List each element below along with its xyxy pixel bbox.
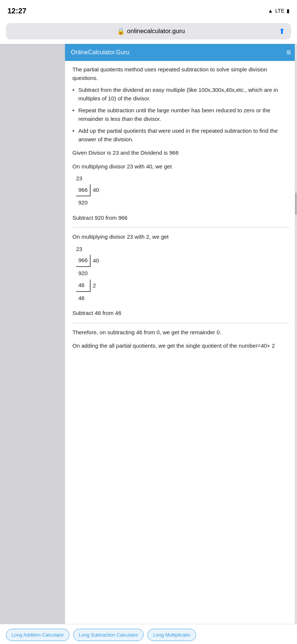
signal-icon: ▲ xyxy=(268,8,273,14)
scrollbar[interactable] xyxy=(295,44,297,624)
status-time: 12:27 xyxy=(7,7,26,15)
subtract2-text: Subtract 46 from 46 xyxy=(72,309,290,318)
step1-text: On multiplying divisor 23 with 40, we ge… xyxy=(72,162,290,171)
nav-logo[interactable]: OnlineCalculator.Guru xyxy=(71,49,129,56)
d2-dividend-2: 46 xyxy=(76,280,90,292)
bullet-item-2: Repeat the subtraction until the large n… xyxy=(72,106,290,123)
url-domain: onlinecalculator.guru xyxy=(127,28,185,35)
division-diagram-1: 23 966 40 920 xyxy=(76,174,290,209)
step2-text: On multiplying divisor 23 with 2, we get xyxy=(72,233,290,241)
subtract1-text: Subtract 920 from 966 xyxy=(72,214,290,222)
lte-label: LTE xyxy=(275,8,284,14)
quotient-cell-1: 40 xyxy=(90,184,101,196)
long-subtraction-link[interactable]: Long Subtraction Calculator xyxy=(73,629,144,641)
page-wrapper: OnlineCalculator.Guru ≡ The partial quot… xyxy=(0,44,297,624)
bullet-item-1: Subtract from the dividend an easy multi… xyxy=(72,86,290,103)
conclusion1-text: Therefore, on subtracting 46 from 0, we … xyxy=(72,328,290,337)
lock-icon: 🔒 xyxy=(117,28,125,35)
content-body: The partial quotients method uses repeat… xyxy=(65,61,297,361)
battery-icon: ▮ xyxy=(287,8,290,14)
status-bar: 12:27 ▲ LTE ▮ xyxy=(0,0,297,20)
dividend-cell-1: 966 xyxy=(76,184,90,196)
bottom-links-bar: Long Addition Calculator Long Subtractio… xyxy=(0,624,297,644)
divisor2-label: 23 xyxy=(76,245,290,254)
d2-dividend-1: 966 xyxy=(76,255,90,267)
content-area: OnlineCalculator.Guru ≡ The partial quot… xyxy=(65,44,297,624)
d2-result-2: 46 xyxy=(76,292,90,304)
divisor1-label: 23 xyxy=(76,174,290,183)
browser-bar: 🔒 onlinecalculator.guru ⬆ xyxy=(0,20,297,44)
scroll-thumb xyxy=(295,193,297,215)
divider-1 xyxy=(72,227,290,228)
division-diagram-2: 23 966 40 920 46 2 46 xyxy=(76,245,290,304)
url-text: 🔒 onlinecalculator.guru xyxy=(23,28,279,35)
share-icon[interactable]: ⬆ xyxy=(279,27,285,36)
division-table-2: 966 40 920 46 2 46 xyxy=(76,255,101,304)
given-text: Given Divisor is 23 and the Dividend is … xyxy=(72,149,290,157)
d2-quotient-1: 40 xyxy=(90,255,101,267)
division-table-1: 966 40 920 xyxy=(76,184,101,209)
status-icons: ▲ LTE ▮ xyxy=(268,8,290,14)
bullet-item-3: Add up the partial quotients that were u… xyxy=(72,127,290,144)
divider-2 xyxy=(72,323,290,323)
long-multiplication-link[interactable]: Long Multiplicatio xyxy=(147,629,196,641)
bullet-list: Subtract from the dividend an easy multi… xyxy=(72,86,290,144)
url-bar[interactable]: 🔒 onlinecalculator.guru ⬆ xyxy=(6,23,291,39)
intro-text: The partial quotients method uses repeat… xyxy=(72,65,290,82)
result-cell-1: 920 xyxy=(76,196,90,209)
d2-result-1: 920 xyxy=(76,267,90,280)
hamburger-menu-icon[interactable]: ≡ xyxy=(286,48,291,57)
nav-bar: OnlineCalculator.Guru ≡ xyxy=(65,44,297,61)
conclusion2-text: On adding the all partial quotients, we … xyxy=(72,342,290,350)
left-margin xyxy=(0,44,65,624)
long-addition-link[interactable]: Long Addition Calculator xyxy=(6,629,69,641)
d2-quotient-2: 2 xyxy=(90,280,101,292)
